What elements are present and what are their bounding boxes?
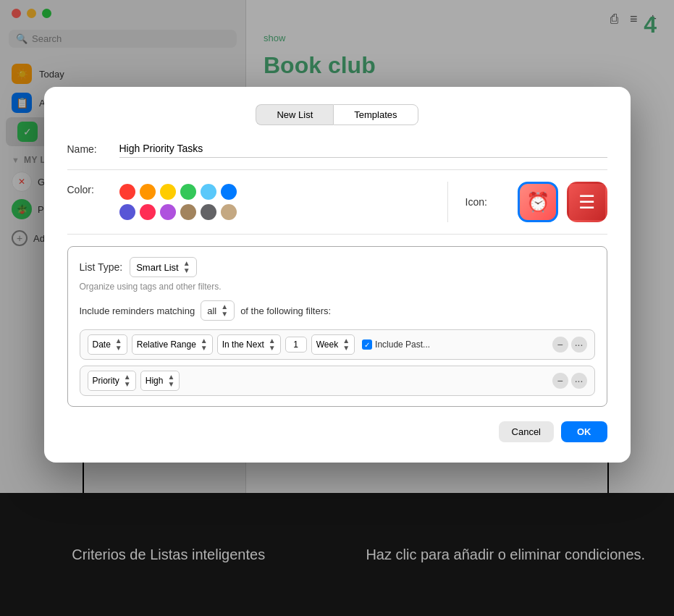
filter2-field-arrows: ▲▼ xyxy=(124,374,131,388)
filter1-field-arrows: ▲▼ xyxy=(115,337,122,352)
clock-emoji: ⏰ xyxy=(526,191,549,214)
list-type-arrows-icon: ▲▼ xyxy=(183,260,190,274)
filter1-condition-value: Relative Range xyxy=(137,339,196,350)
include-past-label: Include Past... xyxy=(375,339,430,350)
filter2-more-button[interactable]: ··· xyxy=(571,373,587,389)
filter1-more-button[interactable]: ··· xyxy=(571,337,587,353)
color-label: Color: xyxy=(67,184,111,195)
color-icon-row: Color: xyxy=(67,182,607,222)
color-light-blue[interactable] xyxy=(201,184,216,200)
modal-dialog: New List Templates Name: Color: xyxy=(44,87,631,463)
icon-section: Icon: ⏰ ☰ xyxy=(466,182,607,222)
filter2-field-value: Priority xyxy=(93,376,119,386)
include-row: Include reminders matching all ▲▼ of the… xyxy=(80,300,595,321)
modal-overlay: New List Templates Name: Color: xyxy=(0,0,674,616)
include-match-value: all xyxy=(207,305,216,316)
color-brown[interactable] xyxy=(180,204,196,220)
tab-new-list[interactable]: New List xyxy=(256,104,333,125)
filter1-unit-select[interactable]: Week ▲▼ xyxy=(311,334,355,355)
color-icon-divider xyxy=(447,182,448,222)
list-emoji: ☰ xyxy=(578,191,595,214)
name-row: Name: xyxy=(67,140,607,158)
color-tan[interactable] xyxy=(221,204,237,220)
divider-1 xyxy=(67,169,607,170)
filter2-cond-arrows: ▲▼ xyxy=(167,374,174,388)
list-type-select[interactable]: Smart List ▲▼ xyxy=(130,257,196,277)
color-grid xyxy=(119,184,237,220)
modal-footer: Cancel OK xyxy=(67,421,607,442)
color-violet[interactable] xyxy=(160,204,176,220)
tab-templates[interactable]: Templates xyxy=(333,104,418,125)
filter1-include-past[interactable]: ✓ Include Past... xyxy=(362,339,430,350)
organize-text: Organize using tags and other filters. xyxy=(80,282,595,292)
name-label: Name: xyxy=(67,143,111,155)
name-input[interactable] xyxy=(119,140,607,158)
filter1-actions: − ··· xyxy=(552,337,587,353)
list-type-value: Smart List xyxy=(136,262,179,273)
include-label: Include reminders matching xyxy=(80,305,195,316)
filter-row-2: Priority ▲▼ High ▲▼ − ··· xyxy=(80,366,595,396)
filter-rows: Date ▲▼ Relative Range ▲▼ In the Next ▲▼… xyxy=(80,329,595,396)
check-icon: ✓ xyxy=(364,341,370,349)
color-red[interactable] xyxy=(119,184,135,200)
filter2-condition-select[interactable]: High ▲▼ xyxy=(140,371,180,391)
color-row-1 xyxy=(119,184,237,200)
filter1-cond-arrows: ▲▼ xyxy=(201,337,208,352)
filter2-field-select[interactable]: Priority ▲▼ xyxy=(88,371,136,391)
smart-list-section: List Type: Smart List ▲▼ Organize using … xyxy=(67,246,607,407)
color-green[interactable] xyxy=(180,184,196,200)
cancel-button[interactable]: Cancel xyxy=(499,421,554,442)
list-type-row: List Type: Smart List ▲▼ xyxy=(80,257,595,277)
filter1-unit-arrows: ▲▼ xyxy=(342,337,350,352)
color-pink[interactable] xyxy=(140,204,156,220)
filter1-range-value: In the Next xyxy=(222,339,264,350)
divider-2 xyxy=(67,234,607,235)
filter2-condition-value: High xyxy=(146,376,164,386)
icon-list[interactable]: ☰ xyxy=(567,182,607,222)
filter-row-1: Date ▲▼ Relative Range ▲▼ In the Next ▲▼… xyxy=(80,329,595,360)
color-section: Color: xyxy=(67,184,430,220)
color-blue[interactable] xyxy=(221,184,237,200)
filter1-field-value: Date xyxy=(93,339,111,350)
filter1-remove-button[interactable]: − xyxy=(552,337,568,353)
filter1-field-select[interactable]: Date ▲▼ xyxy=(88,334,127,355)
color-purple[interactable] xyxy=(119,204,135,220)
filter1-condition-select[interactable]: Relative Range ▲▼ xyxy=(132,334,213,355)
ok-button[interactable]: OK xyxy=(561,421,607,442)
include-match-select[interactable]: all ▲▼ xyxy=(201,300,235,321)
list-type-label: List Type: xyxy=(80,261,123,273)
color-yellow[interactable] xyxy=(160,184,176,200)
color-orange[interactable] xyxy=(140,184,156,200)
modal-tabs: New List Templates xyxy=(67,104,607,125)
include-past-checkbox[interactable]: ✓ xyxy=(362,339,372,350)
filter2-remove-button[interactable]: − xyxy=(552,373,568,389)
color-row-2 xyxy=(119,204,237,220)
filter2-actions: − ··· xyxy=(552,373,587,389)
icon-label: Icon: xyxy=(466,196,509,208)
include-suffix: of the following filters: xyxy=(240,305,331,316)
filter1-unit-value: Week xyxy=(316,339,338,350)
filter1-range-arrows: ▲▼ xyxy=(269,337,276,352)
include-arrows-icon: ▲▼ xyxy=(221,303,228,318)
filter1-range-select[interactable]: In the Next ▲▼ xyxy=(217,334,281,355)
color-gray[interactable] xyxy=(201,204,216,220)
filter1-number-input[interactable] xyxy=(285,337,307,353)
icon-clock[interactable]: ⏰ xyxy=(518,182,558,222)
